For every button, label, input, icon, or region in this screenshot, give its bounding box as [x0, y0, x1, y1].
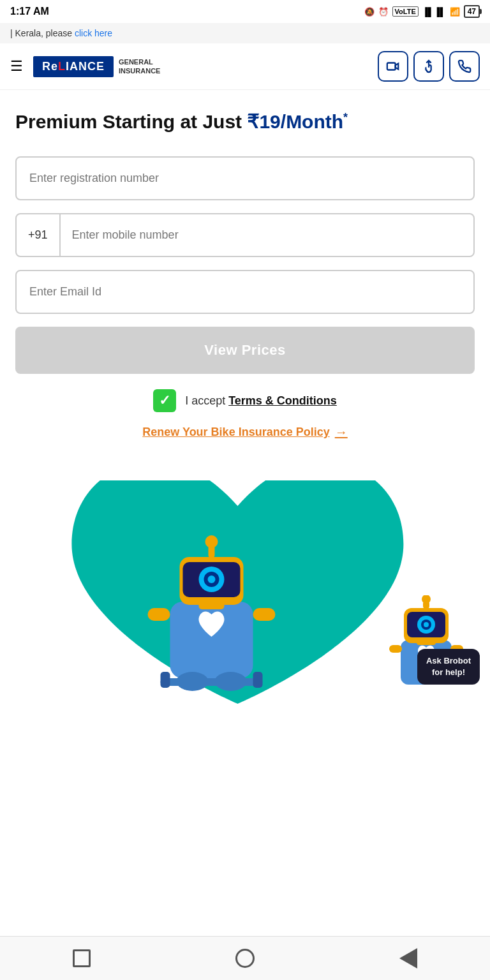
main-robot — [145, 525, 279, 710]
top-banner: | Kerala, please click here — [0, 23, 490, 43]
terms-link[interactable]: Terms & Conditions — [228, 394, 337, 407]
svg-rect-16 — [253, 672, 263, 688]
phone-code: +91 — [17, 214, 61, 256]
svg-rect-0 — [387, 63, 396, 70]
main-content: Premium Starting at Just ₹19/Month* +91 … — [0, 90, 490, 480]
volte-icon: VoLTE — [392, 6, 419, 17]
svg-rect-15 — [161, 672, 170, 688]
signal-icon: ▐▌▐▌ — [422, 7, 446, 17]
status-icons: 🔕 ⏰ VoLTE ▐▌▐▌ 📶 47 — [364, 5, 480, 18]
premium-prefix: Premium Starting at Just — [15, 111, 247, 132]
mute-icon: 🔕 — [364, 7, 375, 17]
brobot-button[interactable]: Ask Brobot for help! — [417, 649, 480, 685]
terms-checkbox[interactable] — [153, 389, 176, 412]
nav-square-button[interactable] — [69, 946, 94, 971]
general-insurance-logo: GENERALINSURANCE — [119, 57, 160, 76]
email-input[interactable] — [15, 270, 475, 314]
status-bar: 1:17 AM 🔕 ⏰ VoLTE ▐▌▐▌ 📶 47 — [0, 0, 490, 23]
banner-prefix: | Kerala, please — [10, 28, 75, 38]
battery-icon: 47 — [464, 5, 480, 18]
svg-rect-13 — [199, 602, 225, 609]
circle-icon — [235, 949, 255, 968]
reliance-logo: ReLIANCE — [33, 56, 114, 77]
status-time: 1:17 AM — [10, 6, 49, 17]
nav-home-button[interactable] — [232, 946, 258, 971]
svg-rect-2 — [148, 608, 170, 621]
svg-rect-14 — [161, 678, 263, 686]
svg-point-10 — [208, 575, 216, 583]
back-triangle-icon — [399, 948, 417, 969]
nav-bar — [0, 936, 490, 980]
hero-section: Ask Brobot for help! — [0, 480, 490, 723]
renew-text: Renew Your Bike Insurance Policy — [142, 426, 329, 439]
svg-rect-3 — [253, 608, 276, 621]
svg-rect-25 — [417, 640, 436, 645]
terms-prefix: I accept — [185, 394, 228, 407]
banner-link[interactable]: click here — [75, 28, 112, 38]
svg-point-22 — [424, 622, 429, 627]
premium-title: Premium Starting at Just ₹19/Month* — [15, 110, 475, 133]
svg-point-12 — [205, 535, 218, 548]
email-group — [15, 270, 475, 314]
brobot-line2: for help! — [432, 667, 465, 677]
wifi-icon: 📶 — [450, 7, 460, 17]
alarm-icon: ⏰ — [378, 7, 389, 17]
nav-back-button[interactable] — [396, 946, 421, 971]
terms-row: I accept Terms & Conditions — [15, 389, 475, 412]
svg-point-24 — [422, 595, 431, 604]
mobile-input[interactable] — [61, 214, 473, 256]
registration-input[interactable] — [15, 156, 475, 200]
premium-price: ₹19/Month — [247, 111, 343, 132]
view-prices-button[interactable]: View Prices — [15, 327, 475, 374]
video-button[interactable] — [378, 51, 408, 82]
logo: ReLIANCE GENERALINSURANCE — [33, 56, 160, 77]
svg-rect-1 — [170, 602, 253, 678]
terms-text: I accept Terms & Conditions — [185, 394, 337, 408]
menu-icon[interactable]: ☰ — [10, 58, 23, 75]
premium-asterisk: * — [343, 111, 348, 124]
square-icon — [73, 949, 91, 967]
phone-group: +91 — [15, 213, 475, 257]
svg-rect-26 — [389, 645, 402, 653]
registration-group — [15, 156, 475, 200]
phone-button[interactable] — [449, 51, 480, 82]
mobile-group: +91 — [15, 213, 475, 257]
header-actions — [378, 51, 480, 82]
touch-button[interactable] — [413, 51, 444, 82]
header: ☰ ReLIANCE GENERALINSURANCE — [0, 43, 490, 90]
header-left: ☰ ReLIANCE GENERALINSURANCE — [10, 56, 160, 77]
brobot-line1: Ask Brobot — [426, 656, 471, 665]
renew-link[interactable]: Renew Your Bike Insurance Policy → — [15, 425, 475, 440]
renew-arrow-icon: → — [335, 425, 348, 440]
